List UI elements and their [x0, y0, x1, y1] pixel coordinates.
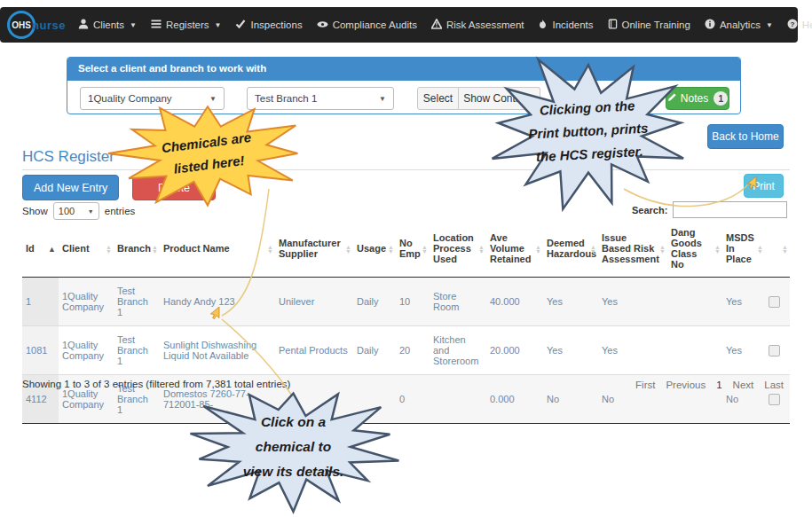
svg-text:?: ? — [790, 20, 794, 28]
callout-line: view its details. — [243, 459, 344, 484]
notes-count-badge: 1 — [713, 91, 728, 106]
nav-help[interactable]: ? Help — [780, 7, 812, 43]
pagination-previous[interactable]: Previous — [666, 380, 706, 390]
nav-analytics[interactable]: Analytics ▼ — [698, 7, 780, 43]
cell-id[interactable]: 1 — [22, 278, 59, 326]
col-header-branch[interactable]: Branch▲▼ — [114, 222, 160, 278]
cell-deemed: No — [543, 375, 598, 424]
top-navbar: OHS nurse Clients ▼ Registers ▼ Inspecti… — [0, 7, 798, 43]
sort-icon[interactable]: ▲▼ — [659, 245, 666, 254]
col-header-issue-based-risk[interactable]: Issue Based Risk Assessment▲▼ — [598, 222, 667, 278]
col-header-no-emp[interactable]: No Emp▲▼ — [396, 222, 430, 278]
callout-text: Clicking on the Print button, prints the… — [477, 45, 698, 217]
sort-icon[interactable]: ▲▼ — [757, 245, 763, 254]
page-title: HCS Register — [22, 148, 114, 166]
table-header-row: Id▲ Client▲▼ Branch▲▼ Product Name▲▼ Man… — [22, 222, 790, 278]
cell-usage: Daily — [353, 278, 396, 326]
page-length-select[interactable]: 100 ▼ — [53, 202, 99, 220]
col-label: Product Name — [163, 243, 230, 254]
nav-inspections[interactable]: Inspections — [228, 7, 309, 43]
nav-online-training[interactable]: Online Training — [601, 7, 698, 43]
col-header-client[interactable]: Client▲▼ — [59, 222, 114, 278]
col-label: Location Process Used — [433, 232, 474, 264]
col-label: Id — [26, 243, 35, 254]
table-row[interactable]: 1 1Quality Company Test Branch 1 Handy A… — [22, 278, 790, 326]
cell-checkbox — [765, 326, 790, 375]
nav-registers[interactable]: Registers ▼ — [144, 7, 229, 43]
col-label: Client — [62, 243, 90, 254]
col-header-deemed-hazardous[interactable]: Deemed Hazardous▲▼ — [543, 222, 598, 278]
sort-icon[interactable]: ▲▼ — [714, 245, 721, 254]
col-header-dang-goods[interactable]: Dang Goods Class No▲▼ — [667, 222, 722, 278]
sort-icon[interactable]: ▲▼ — [535, 245, 541, 254]
nav-compliance-audits[interactable]: Compliance Audits — [310, 7, 424, 43]
chevron-down-icon: ▼ — [766, 21, 773, 29]
col-header-msds[interactable]: MSDS In Place▲▼ — [722, 222, 765, 278]
callout-text: Click on a chemical to view its details. — [180, 381, 406, 513]
cell-product-link[interactable]: Handy Andy 123 — [160, 278, 275, 326]
cell-location — [430, 375, 486, 424]
cell-location: Kitchen and Storeroom — [430, 326, 486, 375]
col-label: Issue Based Risk Assessment — [602, 232, 659, 264]
sort-icon[interactable]: ▲▼ — [267, 245, 273, 254]
cell-product-link[interactable]: Sunlight Dishwashing Liquid Not Availabl… — [160, 326, 275, 375]
sort-icon[interactable]: ▲▼ — [782, 245, 788, 254]
cell-no-emp: 10 — [396, 278, 430, 326]
brand-logo[interactable]: OHS nurse — [7, 11, 66, 39]
sort-icon[interactable]: ▲▼ — [478, 245, 485, 254]
back-to-home-button[interactable]: Back to Home — [707, 124, 784, 149]
chevron-down-icon: ▼ — [88, 208, 94, 215]
cell-dang-goods — [667, 278, 722, 326]
col-header-id[interactable]: Id▲ — [22, 222, 59, 278]
chevron-down-icon: ▼ — [130, 21, 137, 29]
brand-suffix: nurse — [32, 19, 66, 32]
cell-client: 1Quality Company — [59, 326, 114, 375]
cell-no-emp: 20 — [396, 326, 430, 375]
nav-risk-assessment[interactable]: Risk Assessment — [424, 7, 532, 43]
pagination-first[interactable]: First — [635, 380, 655, 390]
print-button[interactable]: Print — [744, 174, 784, 198]
cell-location: Store Room — [430, 278, 486, 326]
sort-icon[interactable]: ▲▼ — [152, 245, 158, 254]
pagination-next[interactable]: Next — [733, 380, 754, 390]
col-header-location[interactable]: Location Process Used▲▼ — [430, 222, 486, 278]
col-header-usage[interactable]: Usage▲▼ — [353, 222, 396, 278]
sort-icon[interactable]: ▲▼ — [388, 245, 394, 254]
sort-icon[interactable]: ▲▼ — [422, 245, 428, 254]
cell-manufacturer: Unilever — [275, 278, 353, 326]
pagination-page-1[interactable]: 1 — [716, 380, 721, 390]
select-button[interactable]: Select — [417, 87, 459, 110]
pagination-last[interactable]: Last — [764, 380, 784, 390]
row-checkbox[interactable] — [769, 296, 780, 308]
col-header-product-name[interactable]: Product Name▲▼ — [160, 222, 275, 278]
col-label: Branch — [117, 243, 151, 254]
row-checkbox[interactable] — [769, 345, 780, 356]
sort-icon[interactable]: ▲▼ — [345, 245, 351, 254]
row-checkbox[interactable] — [769, 394, 780, 405]
nav-label: Registers — [166, 20, 209, 30]
col-header-checkbox[interactable]: ▲▼ — [765, 222, 790, 278]
cell-id[interactable]: 1081 — [22, 326, 59, 375]
table-row[interactable]: 1081 1Quality Company Test Branch 1 Sunl… — [22, 326, 790, 375]
sort-icon[interactable]: ▲▼ — [590, 245, 596, 254]
callout-print-register: Clicking on the Print button, prints the… — [482, 51, 695, 212]
info-icon — [705, 19, 715, 31]
nav-incidents[interactable]: Incidents — [531, 7, 600, 43]
col-header-ave-volume[interactable]: Ave Volume Retained▲▼ — [486, 222, 543, 278]
warning-icon — [431, 19, 442, 31]
nav-clients[interactable]: Clients ▼ — [71, 7, 144, 43]
nav-label: Incidents — [552, 20, 593, 30]
col-header-manufacturer[interactable]: Manufacturer Supplier▲▼ — [275, 222, 353, 278]
nav-label: Help — [802, 20, 812, 30]
sort-asc-icon[interactable]: ▲ — [48, 245, 56, 254]
col-label: MSDS In Place — [726, 232, 754, 264]
cell-checkbox — [765, 278, 790, 326]
cell-manufacturer: Pental Products — [275, 326, 353, 375]
page-length-value: 100 — [59, 206, 75, 216]
chevron-down-icon: ▼ — [215, 21, 222, 29]
cell-ave-volume: 40.000 — [486, 278, 543, 326]
cell-ave-volume: 0.000 — [486, 375, 543, 424]
sort-icon[interactable]: ▲▼ — [106, 245, 112, 254]
callout-line: chemical to — [256, 435, 331, 459]
callout-line: the HCS register. — [535, 140, 643, 169]
